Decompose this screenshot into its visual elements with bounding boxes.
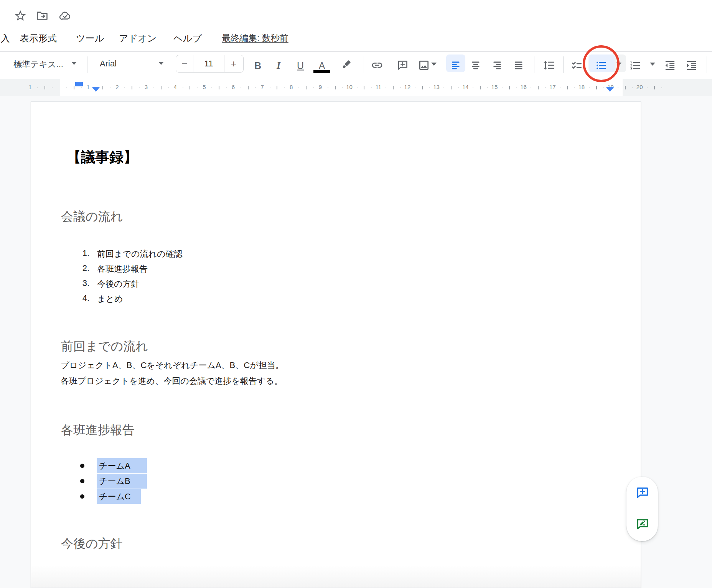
numbered-list-item: 1. 前回までの流れの確認 [31, 248, 641, 263]
insert-link-icon[interactable] [371, 59, 383, 73]
teams-bulleted-list: チームA チームB チームC [31, 458, 641, 504]
bulleted-list-item: チームB [31, 474, 641, 489]
bullet-icon [80, 479, 84, 483]
ruler-number: 5 [203, 84, 206, 90]
chevron-down-icon[interactable] [650, 63, 655, 66]
toolbar-divider [534, 56, 534, 73]
ruler-tick [574, 88, 575, 88]
ruler-tick [371, 88, 372, 88]
align-center-icon[interactable] [471, 60, 481, 72]
font-size-decrease-button[interactable]: − [176, 55, 193, 72]
increase-indent-icon[interactable] [686, 59, 697, 73]
text-color-button[interactable]: A [319, 60, 325, 71]
bulleted-list-button[interactable] [595, 59, 607, 73]
chevron-down-icon[interactable] [71, 62, 77, 65]
list-number: 4. [77, 293, 89, 303]
add-comment-icon[interactable] [396, 59, 409, 73]
right-indent-marker[interactable] [606, 87, 614, 92]
ruler-number: 20 [636, 84, 643, 90]
menu-item[interactable]: アドオン [119, 32, 157, 45]
font-dropdown[interactable]: Arial [100, 59, 117, 69]
move-folder-icon[interactable] [35, 9, 49, 24]
suggest-edits-button[interactable] [635, 517, 650, 532]
ruler-tick [241, 88, 241, 88]
ruler-tick [52, 88, 53, 88]
bullet-icon [80, 464, 84, 468]
ruler-tick [661, 88, 662, 88]
ruler-tick [197, 88, 198, 88]
ruler-number: 14 [462, 84, 469, 90]
numbered-list-button[interactable] [630, 59, 641, 73]
header-bar: 入表示形式ツールアドオンヘルプ 最終編集: 数秒前 [0, 0, 712, 51]
ruler-tick [480, 86, 481, 89]
chevron-down-icon[interactable] [158, 62, 164, 65]
section-heading: 前回までの流れ [61, 338, 148, 355]
ruler-tick [618, 88, 618, 88]
chevron-down-icon[interactable] [616, 63, 621, 66]
document-title: 【議事録】 [67, 148, 138, 167]
ruler-tick [400, 88, 401, 88]
font-size-value[interactable]: 11 [193, 55, 224, 72]
ruler-number: 9 [319, 84, 322, 90]
list-text: 今後の方針 [97, 278, 140, 290]
paragraph-line: プロジェクトA、B、CをそれぞれチームA、B、Cが担当。 [61, 357, 284, 373]
selected-text: チームC [97, 489, 141, 504]
section-heading: 各班進捗報告 [61, 422, 135, 439]
align-left-icon[interactable] [451, 60, 461, 72]
paragraph-style-dropdown[interactable]: 標準テキス... [13, 59, 63, 70]
format-toolbar: 標準テキス... Arial − 11 + B I U A [0, 51, 712, 79]
cloud-saved-icon[interactable] [58, 9, 72, 24]
ruler-number: 15 [491, 84, 498, 90]
toolbar-divider [87, 56, 87, 73]
underline-button[interactable]: U [297, 60, 304, 71]
bold-button[interactable]: B [254, 60, 261, 71]
font-size-increase-button[interactable]: + [224, 55, 243, 72]
decrease-indent-icon[interactable] [664, 59, 676, 73]
ruler-tick [545, 88, 546, 88]
ruler-tick [596, 86, 597, 89]
checklist-icon[interactable] [571, 59, 583, 73]
first-line-indent-marker[interactable] [75, 82, 83, 86]
left-indent-marker[interactable] [92, 87, 100, 92]
ruler-tick [102, 86, 103, 89]
font-size-control: − 11 + [176, 55, 244, 73]
toolbar-divider [563, 56, 564, 73]
menu-item[interactable]: ツール [76, 32, 104, 45]
chevron-down-icon[interactable] [431, 63, 437, 66]
ruler-tick [603, 88, 604, 88]
ruler-tick [386, 88, 386, 88]
toolbar-divider [442, 56, 442, 73]
insert-image-icon[interactable] [418, 59, 430, 73]
selected-text: チームA [97, 458, 147, 473]
last-edit-link[interactable]: 最終編集: 数秒前 [222, 32, 288, 44]
bulleted-list-item: チームA [31, 458, 641, 474]
ruler-tick [153, 88, 154, 88]
ruler-tick [422, 86, 423, 89]
ruler-tick [306, 86, 307, 89]
line-spacing-icon[interactable] [543, 59, 555, 73]
align-right-icon[interactable] [492, 60, 503, 72]
ruler-tick [110, 88, 110, 88]
ruler-tick [443, 88, 444, 88]
list-number: 1. [77, 248, 89, 258]
highlight-color-button[interactable] [340, 58, 353, 73]
ruler-number: 1 [28, 84, 31, 90]
ruler-tick [81, 88, 82, 88]
italic-button[interactable]: I [277, 60, 280, 71]
add-comment-button[interactable] [635, 485, 650, 500]
ruler-tick [226, 88, 227, 88]
document-page[interactable]: 【議事録】 会議の流れ 1. 前回までの流れの確認 2. 各班進捗報告 3. 今… [31, 101, 641, 588]
ruler-tick [531, 88, 531, 88]
menu-item[interactable]: 入 [1, 32, 10, 45]
ruler-number: 4 [173, 84, 176, 90]
align-justify-icon[interactable] [514, 60, 524, 72]
toolbar-divider [707, 56, 707, 73]
ruler-tick [589, 88, 590, 88]
ruler-tick [277, 86, 277, 89]
menu-item[interactable]: ヘルプ [173, 32, 202, 45]
star-icon[interactable] [14, 9, 27, 24]
ruler-tick [66, 88, 67, 88]
menu-item[interactable]: 表示形式 [20, 32, 57, 45]
ruler-tick [632, 88, 633, 88]
ruler-number: 16 [520, 84, 527, 90]
